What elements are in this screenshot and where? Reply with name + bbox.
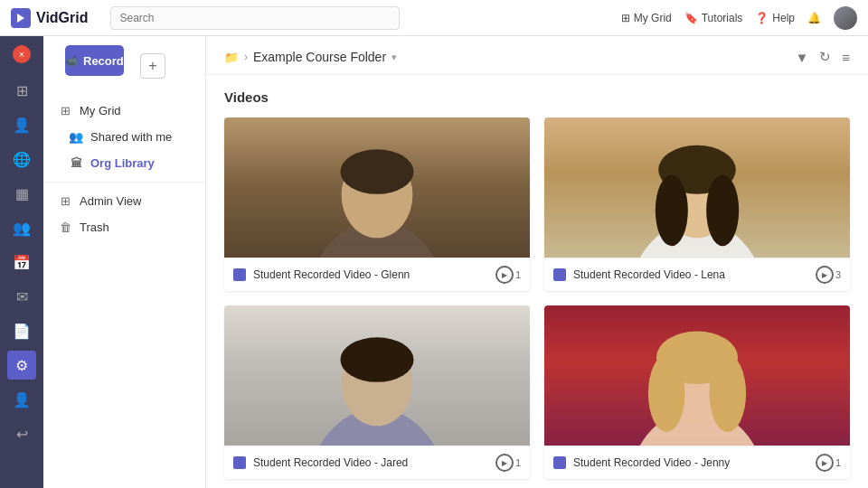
svg-point-16 [710,354,747,432]
nav-org-label: Org Library [90,156,155,170]
camera-icon: 📹 [65,55,78,67]
nav-item-org-library[interactable]: 🏛 Org Library [43,150,205,176]
admin-nav-icon: ⊞ [58,194,72,208]
logout-icon: ↩ [16,426,28,443]
sidebar-icon-people[interactable]: 👥 [7,213,36,242]
sidebar-icon-profile[interactable]: 👤 [7,385,36,414]
video-grid: Student Recorded Video - Glenn ▶ 1 [224,117,850,479]
nav-admin-label: Admin View [80,194,141,208]
record-button[interactable]: 📹 Record [65,45,124,76]
nav-item-my-grid[interactable]: ⊞ My Grid [43,98,205,124]
logo: VidGrid [11,8,89,28]
play-icon[interactable]: ▶ [495,454,514,472]
trash-nav-icon: 🗑 [58,221,72,234]
shared-nav-icon: 👥 [69,130,83,144]
my-grid-link[interactable]: ⊞ My Grid [621,12,672,24]
sidebar-icon-document[interactable]: 📄 [7,316,36,345]
add-button[interactable]: + [140,53,165,79]
sidebar-icon-grid[interactable]: ▦ [7,179,36,208]
video-type-icon [233,268,246,281]
nav-item-trash[interactable]: 🗑 Trash [43,214,205,240]
video-title: Student Recorded Video - Jenny [573,456,808,469]
bell-icon: 🔔 [807,12,821,24]
sidebar-panel: 📹 Record + ⊞ My Grid 👥 Shared with me 🏛 … [43,36,206,488]
svg-point-11 [340,337,413,382]
video-card: Student Recorded Video - Glenn ▶ 1 [224,117,530,291]
svg-point-15 [648,354,685,432]
logo-text: VidGrid [36,10,89,26]
nav-divider [43,182,205,183]
sidebar-icon-calendar[interactable]: 📅 [7,248,36,277]
globe-icon: 🌐 [13,151,31,168]
mail-icon: ✉ [16,288,28,305]
org-nav-icon: 🏛 [69,156,83,170]
nav-item-admin[interactable]: ⊞ Admin View [43,188,205,214]
video-card: Student Recorded Video - Lena ▶ 3 [544,117,850,291]
video-play[interactable]: ▶ 3 [816,266,841,284]
help-link[interactable]: ❓ Help [755,12,795,24]
sidebar-icons: × ⊞ 👤 🌐 ▦ 👥 📅 ✉ 📄 ⚙ 👤 ↩ [0,36,43,488]
sidebar-icon-user[interactable]: 👤 [7,110,36,139]
video-card: Student Recorded Video - Jenny ▶ 1 [544,305,850,479]
breadcrumb-title[interactable]: Example Course Folder [253,50,386,64]
play-count: 1 [515,269,521,280]
section-title: Videos [224,89,850,105]
home-icon: ⊞ [16,82,28,99]
play-count: 3 [835,269,841,280]
sidebar-icon-home[interactable]: ⊞ [7,76,36,105]
video-play[interactable]: ▶ 1 [816,454,841,472]
play-icon[interactable]: ▶ [816,454,834,472]
nav-item-shared[interactable]: 👥 Shared with me [43,124,205,150]
tutorials-label: Tutorials [702,12,743,24]
notification-bell[interactable]: 🔔 [807,12,821,24]
document-icon: 📄 [13,323,31,340]
user-avatar[interactable] [834,6,857,30]
record-label: Record [83,54,124,68]
grid-icon: ▦ [15,185,29,202]
settings-icon: ⚙ [15,357,28,374]
svg-point-7 [656,174,688,246]
svg-point-8 [706,174,739,246]
sidebar-icon-globe[interactable]: 🌐 [7,145,36,174]
nav-trash-label: Trash [80,221,109,234]
sidebar-icon-mail[interactable]: ✉ [7,282,36,311]
video-info: Student Recorded Video - Glenn ▶ 1 [224,258,530,291]
calendar-icon: 📅 [13,254,31,271]
content-body: Videos Student Recorded Video - Glenn ▶ [206,75,868,488]
close-sidebar-button[interactable]: × [13,45,31,63]
svg-marker-0 [17,14,24,23]
tutorials-link[interactable]: 🔖 Tutorials [684,12,743,24]
play-icon[interactable]: ▶ [495,266,514,284]
video-play[interactable]: ▶ 1 [495,454,521,472]
user-icon: 👤 [13,117,31,134]
play-count: 1 [835,457,841,468]
play-count: 1 [515,457,521,468]
more-options-button[interactable]: ≡ [842,50,850,65]
video-card: Student Recorded Video - Jared ▶ 1 [224,305,530,479]
refresh-button[interactable]: ↻ [819,49,831,65]
search-input[interactable] [110,6,400,30]
play-icon[interactable]: ▶ [816,266,834,284]
my-grid-label: My Grid [634,12,672,24]
video-type-icon [233,456,246,469]
content-area: 📁 › Example Course Folder ▾ ▼ ↻ ≡ Videos [206,36,868,488]
help-icon: ❓ [755,12,769,24]
svg-point-3 [340,149,413,194]
sidebar-icon-settings[interactable]: ⚙ [7,351,36,380]
profile-icon: 👤 [13,391,31,408]
sidebar-icon-logout[interactable]: ↩ [7,419,36,448]
topbar-right: ⊞ My Grid 🔖 Tutorials ❓ Help 🔔 [621,6,857,30]
logo-icon [11,8,31,28]
video-play[interactable]: ▶ 1 [495,266,521,284]
video-type-icon [553,456,566,469]
header-actions: ▼ ↻ ≡ [795,49,850,65]
video-title: Student Recorded Video - Lena [573,268,808,281]
main-layout: × ⊞ 👤 🌐 ▦ 👥 📅 ✉ 📄 ⚙ 👤 ↩ 📹 Record + ⊞ My … [0,36,868,488]
breadcrumb-arrow: › [244,51,248,63]
topbar: VidGrid ⊞ My Grid 🔖 Tutorials ❓ Help 🔔 [0,0,868,36]
nav-shared-label: Shared with me [90,130,172,144]
breadcrumb-caret-icon: ▾ [392,52,397,63]
filter-button[interactable]: ▼ [795,50,808,65]
breadcrumb: 📁 › Example Course Folder ▾ [224,50,397,64]
people-icon: 👥 [13,220,31,237]
